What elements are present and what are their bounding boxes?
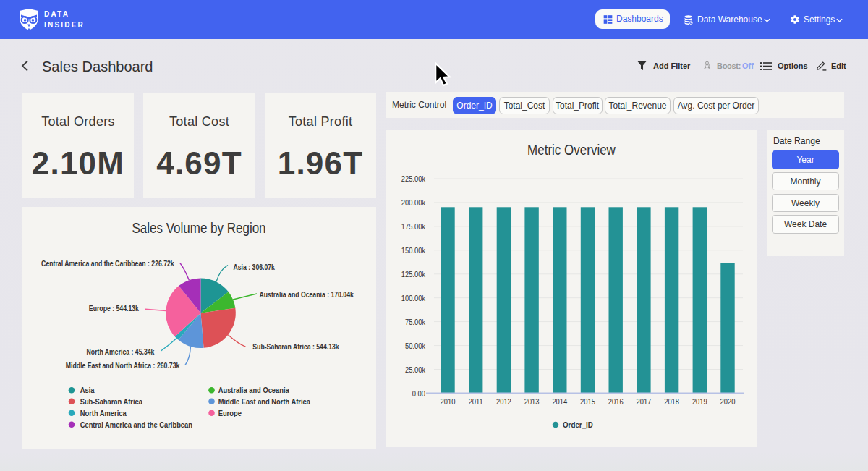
svg-text:Metric Overview: Metric Overview bbox=[527, 142, 616, 158]
svg-text:North America : 45.34k: North America : 45.34k bbox=[87, 347, 155, 356]
svg-text:2016: 2016 bbox=[608, 397, 624, 406]
svg-text:25.00k: 25.00k bbox=[405, 365, 426, 374]
svg-text:Europe: Europe bbox=[218, 409, 242, 417]
svg-text:Sales Volume by Region: Sales Volume by Region bbox=[132, 220, 265, 237]
svg-text:Australia and Oceania : 170.04: Australia and Oceania : 170.04k bbox=[260, 290, 354, 299]
svg-text:Middle East and North Africa :: Middle East and North Africa : 260.73k bbox=[66, 361, 180, 370]
svg-text:2014: 2014 bbox=[552, 397, 567, 406]
svg-text:Asia : 306.07k: Asia : 306.07k bbox=[234, 263, 276, 271]
svg-text:Central America and the Caribb: Central America and the Caribbean : 226.… bbox=[41, 259, 174, 268]
svg-text:Sub-Saharan Africa: Sub-Saharan Africa bbox=[80, 397, 143, 406]
svg-text:175.00k: 175.00k bbox=[401, 222, 426, 231]
svg-text:2017: 2017 bbox=[637, 397, 652, 406]
svg-text:75.00k: 75.00k bbox=[405, 318, 426, 326]
svg-text:0.00: 0.00 bbox=[412, 389, 425, 398]
svg-text:North America: North America bbox=[80, 409, 127, 417]
svg-text:Order_ID: Order_ID bbox=[563, 420, 593, 429]
svg-text:2019: 2019 bbox=[692, 397, 707, 406]
svg-text:2020: 2020 bbox=[720, 397, 736, 406]
svg-text:2012: 2012 bbox=[496, 397, 511, 406]
svg-text:125.00k: 125.00k bbox=[401, 270, 426, 279]
svg-text:2010: 2010 bbox=[441, 397, 456, 406]
svg-text:2018: 2018 bbox=[664, 397, 679, 406]
svg-text:Europe : 544.13k: Europe : 544.13k bbox=[89, 304, 139, 313]
svg-text:100.00k: 100.00k bbox=[401, 294, 426, 302]
svg-text:50.00k: 50.00k bbox=[405, 341, 426, 350]
svg-text:200.00k: 200.00k bbox=[401, 198, 426, 207]
svg-text:Australia and Oceania: Australia and Oceania bbox=[218, 386, 289, 395]
svg-text:Asia: Asia bbox=[80, 386, 95, 395]
svg-text:150.00k: 150.00k bbox=[401, 246, 426, 255]
svg-text:2011: 2011 bbox=[469, 397, 483, 406]
svg-text:Central America and the Caribb: Central America and the Caribbean bbox=[80, 420, 192, 429]
svg-text:225.00k: 225.00k bbox=[401, 174, 426, 183]
svg-text:2015: 2015 bbox=[580, 397, 595, 406]
svg-text:2013: 2013 bbox=[524, 397, 540, 406]
svg-text:Middle East and North Africa: Middle East and North Africa bbox=[218, 397, 310, 406]
svg-text:Sub-Saharan Africa : 544.13k: Sub-Saharan Africa : 544.13k bbox=[252, 342, 339, 351]
